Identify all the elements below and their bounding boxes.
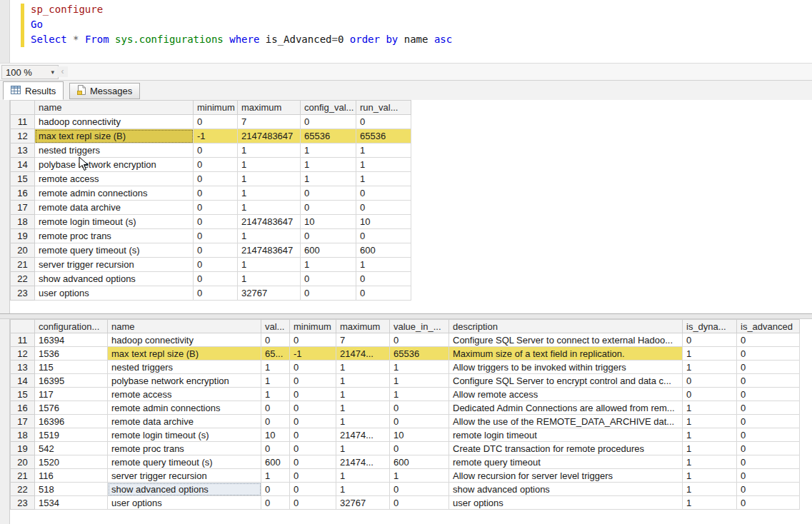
table-cell[interactable]: 1 bbox=[301, 158, 356, 172]
table-cell[interactable]: 10 bbox=[356, 215, 411, 229]
column-header[interactable]: config_val... bbox=[301, 101, 356, 115]
table-cell[interactable]: remote access bbox=[108, 388, 261, 401]
column-header[interactable]: maximum bbox=[336, 320, 390, 333]
table-cell[interactable]: 0 bbox=[301, 201, 356, 215]
table-cell[interactable]: 0 bbox=[356, 186, 411, 201]
scroll-left-button[interactable]: ‹ bbox=[57, 66, 68, 77]
table-cell[interactable]: 32767 bbox=[336, 496, 390, 510]
table-cell[interactable]: 1 bbox=[683, 483, 737, 496]
table-cell[interactable]: 1 bbox=[261, 388, 290, 401]
table-cell[interactable]: nested triggers bbox=[35, 143, 194, 158]
table-cell[interactable]: 65... bbox=[261, 347, 290, 361]
row-header[interactable]: 13 bbox=[11, 143, 35, 158]
table-cell[interactable]: 0 bbox=[290, 415, 336, 428]
table-cell[interactable]: 0 bbox=[737, 361, 800, 374]
table-cell[interactable]: 0 bbox=[356, 115, 411, 129]
column-header[interactable]: name bbox=[108, 320, 261, 333]
table-cell[interactable]: 0 bbox=[737, 469, 800, 483]
table-cell[interactable]: 0 bbox=[194, 172, 238, 186]
table-cell[interactable]: 600 bbox=[356, 243, 411, 258]
table-cell[interactable]: 0 bbox=[356, 272, 411, 286]
table-cell[interactable]: 117 bbox=[35, 388, 108, 401]
table-cell[interactable]: 0 bbox=[390, 442, 449, 455]
table-cell[interactable]: 0 bbox=[290, 455, 336, 469]
table-cell[interactable]: 1 bbox=[683, 415, 737, 428]
table-cell[interactable]: remote data archive bbox=[35, 201, 194, 215]
table-cell[interactable]: nested triggers bbox=[108, 361, 261, 374]
table-cell[interactable]: 0 bbox=[194, 286, 238, 301]
table-cell[interactable]: Allow recursion for server level trigger… bbox=[449, 469, 683, 483]
grid-splitter[interactable] bbox=[0, 313, 812, 319]
column-header[interactable]: run_val... bbox=[356, 101, 411, 115]
table-cell[interactable]: 0 bbox=[737, 455, 800, 469]
table-cell[interactable]: 116 bbox=[35, 469, 108, 483]
table-cell[interactable]: 1 bbox=[683, 401, 737, 415]
table-cell[interactable]: remote query timeout (s) bbox=[108, 455, 261, 469]
table-cell[interactable]: remote login timeout (s) bbox=[108, 428, 261, 442]
table-cell[interactable]: 1 bbox=[683, 428, 737, 442]
table-cell[interactable]: 1534 bbox=[35, 496, 108, 510]
table-cell[interactable]: 1 bbox=[238, 186, 301, 201]
table-cell[interactable]: show advanced options bbox=[108, 483, 261, 496]
row-header-corner[interactable] bbox=[11, 320, 35, 333]
table-cell[interactable]: 0 bbox=[194, 186, 238, 201]
table-cell[interactable]: Configure SQL Server to connect to exter… bbox=[449, 333, 683, 347]
row-header[interactable]: 21 bbox=[11, 258, 35, 272]
table-cell[interactable]: 1 bbox=[683, 442, 737, 455]
row-header[interactable]: 12 bbox=[11, 129, 35, 143]
table-cell[interactable]: remote data archive bbox=[108, 415, 261, 428]
row-header[interactable]: 16 bbox=[11, 186, 35, 201]
table-cell[interactable]: max text repl size (B) bbox=[35, 129, 194, 143]
table-cell[interactable]: 0 bbox=[194, 143, 238, 158]
row-header[interactable]: 20 bbox=[11, 455, 35, 469]
table-cell[interactable]: Create DTC transaction for remote proced… bbox=[449, 442, 683, 455]
table-cell[interactable]: server trigger recursion bbox=[108, 469, 261, 483]
table-cell[interactable]: 1 bbox=[336, 415, 390, 428]
table-cell[interactable]: 1536 bbox=[35, 347, 108, 361]
table-cell[interactable]: user options bbox=[449, 496, 683, 510]
table-cell[interactable]: 600 bbox=[301, 243, 356, 258]
column-header[interactable]: description bbox=[449, 320, 683, 333]
row-header[interactable]: 19 bbox=[11, 442, 35, 455]
table-cell[interactable]: Maximum size of a text field in replicat… bbox=[449, 347, 683, 361]
row-header[interactable]: 20 bbox=[11, 243, 35, 258]
table-cell[interactable]: 1519 bbox=[35, 428, 108, 442]
table-cell[interactable]: remote proc trans bbox=[35, 229, 194, 243]
table-cell[interactable]: 1576 bbox=[35, 401, 108, 415]
table-cell[interactable]: 1 bbox=[238, 143, 301, 158]
table-cell[interactable]: 0 bbox=[737, 496, 800, 510]
table-cell[interactable]: 0 bbox=[683, 388, 737, 401]
table-cell[interactable]: 0 bbox=[290, 361, 336, 374]
table-cell[interactable]: 21474... bbox=[336, 347, 390, 361]
table-cell[interactable]: 16395 bbox=[35, 374, 108, 388]
table-cell[interactable]: -1 bbox=[290, 347, 336, 361]
table-cell[interactable]: 1 bbox=[683, 469, 737, 483]
table-cell[interactable]: 0 bbox=[356, 229, 411, 243]
table-cell[interactable]: 0 bbox=[290, 401, 336, 415]
table-cell[interactable]: 7 bbox=[238, 115, 301, 129]
table-cell[interactable]: 10 bbox=[261, 428, 290, 442]
table-cell[interactable]: 1 bbox=[261, 469, 290, 483]
row-header[interactable]: 18 bbox=[11, 215, 35, 229]
table-cell[interactable]: 1 bbox=[336, 483, 390, 496]
table-cell[interactable]: user options bbox=[35, 286, 194, 301]
row-header[interactable]: 16 bbox=[11, 401, 35, 415]
row-header[interactable]: 17 bbox=[11, 415, 35, 428]
row-header[interactable]: 11 bbox=[11, 115, 35, 129]
table-cell[interactable]: remote proc trans bbox=[108, 442, 261, 455]
table-cell[interactable]: 1 bbox=[356, 258, 411, 272]
table-cell[interactable]: 0 bbox=[737, 374, 800, 388]
row-header[interactable]: 23 bbox=[11, 286, 35, 301]
table-cell[interactable]: 0 bbox=[301, 286, 356, 301]
table-cell[interactable]: 0 bbox=[737, 483, 800, 496]
table-cell[interactable]: 600 bbox=[261, 455, 290, 469]
table-cell[interactable]: server trigger recursion bbox=[35, 258, 194, 272]
table-cell[interactable]: -1 bbox=[194, 129, 238, 143]
row-header-corner[interactable] bbox=[11, 101, 35, 115]
table-cell[interactable]: 0 bbox=[301, 272, 356, 286]
column-header[interactable]: value_in_... bbox=[390, 320, 449, 333]
table-cell[interactable]: 1520 bbox=[35, 455, 108, 469]
row-header[interactable]: 14 bbox=[11, 374, 35, 388]
table-cell[interactable]: remote access bbox=[35, 172, 194, 186]
zoom-level-select[interactable]: 100 % ▾ bbox=[1, 65, 59, 79]
